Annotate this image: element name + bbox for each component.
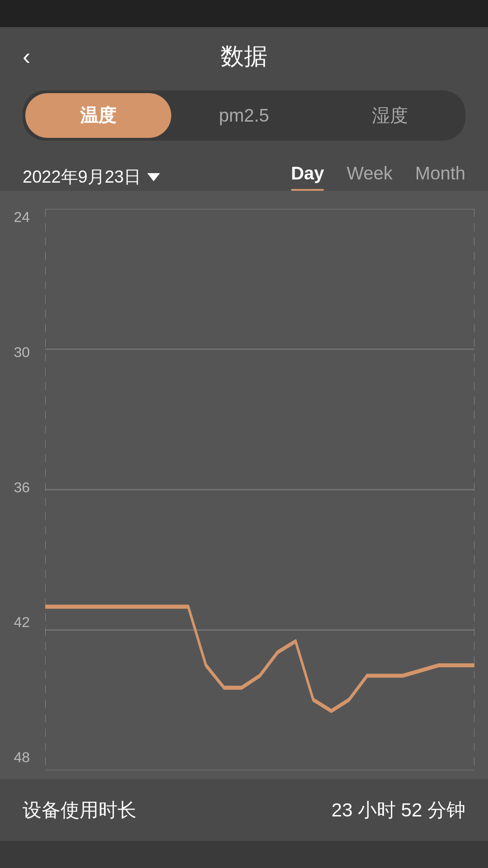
status-bar <box>0 0 488 27</box>
chevron-down-icon <box>147 173 160 181</box>
chart-inner: 48 42 36 30 24 <box>0 191 488 779</box>
header: ‹ 数据 <box>0 27 488 81</box>
y-label-30: 30 <box>5 344 36 361</box>
back-button[interactable]: ‹ <box>23 45 30 68</box>
time-nav: 2022年9月23日 Day Week Month <box>0 154 488 191</box>
temperature-line <box>45 607 474 711</box>
y-label-42: 42 <box>5 614 36 631</box>
metric-tab-pm25[interactable]: pm2.5 <box>171 95 317 136</box>
y-label-48: 48 <box>5 749 36 766</box>
chart-plot <box>45 209 474 770</box>
metric-tabs-container: 温度 pm2.5 湿度 <box>0 81 488 154</box>
y-label-24: 24 <box>5 209 36 226</box>
period-tabs: Day Week Month <box>291 163 465 191</box>
period-tab-day[interactable]: Day <box>291 163 324 191</box>
chart-svg <box>45 209 474 770</box>
footer-label: 设备使用时长 <box>23 797 136 823</box>
period-tab-month[interactable]: Month <box>415 163 465 191</box>
metric-tab-humidity[interactable]: 湿度 <box>317 93 463 138</box>
period-tab-week[interactable]: Week <box>347 163 393 191</box>
metric-tab-temperature[interactable]: 温度 <box>25 93 171 138</box>
y-axis: 48 42 36 30 24 <box>0 191 36 779</box>
page-title: 数据 <box>23 41 465 72</box>
footer: 设备使用时长 23 小时 52 分钟 <box>0 779 488 841</box>
metric-tabs: 温度 pm2.5 湿度 <box>23 90 465 141</box>
date-selector[interactable]: 2022年9月23日 <box>23 165 160 189</box>
bottom-bar <box>0 841 488 868</box>
footer-value: 23 小时 52 分钟 <box>332 797 465 823</box>
chart-area: 48 42 36 30 24 <box>0 191 488 779</box>
date-label: 2022年9月23日 <box>23 165 141 189</box>
y-label-36: 36 <box>5 479 36 496</box>
